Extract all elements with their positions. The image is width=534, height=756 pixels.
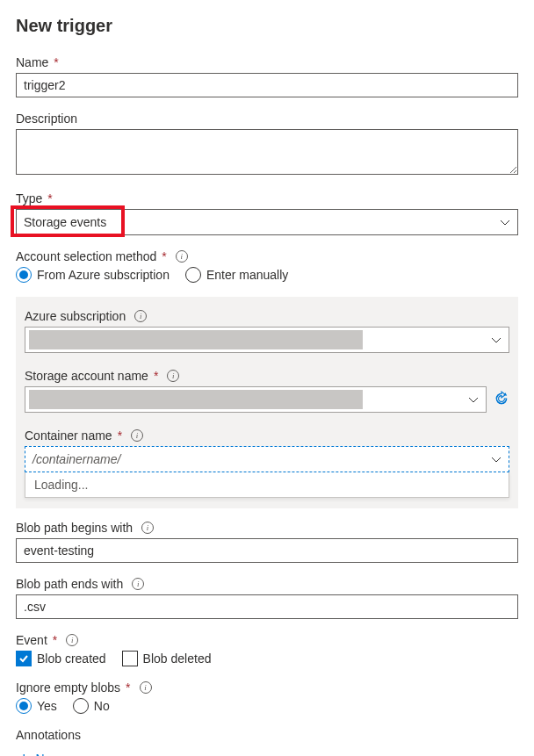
checkbox-icon	[122, 651, 138, 666]
redacted-value	[29, 330, 363, 349]
type-value: Storage events	[24, 215, 106, 229]
storage-account-label: Storage account name	[25, 369, 148, 383]
blob-ends-label: Blob path ends with	[16, 577, 123, 591]
radio-yes[interactable]: Yes	[16, 698, 57, 714]
add-annotation-button[interactable]: + New	[16, 745, 518, 756]
radio-label: From Azure subscription	[37, 268, 170, 282]
required-asterisk: *	[54, 55, 58, 69]
chevron-down-icon	[491, 335, 502, 345]
account-method-label: Account selection method	[16, 249, 156, 263]
info-icon[interactable]: i	[132, 578, 144, 590]
radio-icon	[16, 698, 32, 714]
ignore-empty-label: Ignore empty blobs	[16, 680, 120, 695]
chevron-down-icon	[491, 454, 502, 464]
page-title: New trigger	[16, 16, 518, 36]
radio-label: Enter manually	[206, 268, 288, 282]
checkbox-blob-deleted[interactable]: Blob deleted	[122, 651, 212, 666]
checkbox-label: Blob deleted	[143, 652, 212, 666]
type-select[interactable]: Storage events	[16, 209, 518, 235]
required-asterisk: *	[154, 369, 158, 383]
azure-subscription-label: Azure subscription	[25, 309, 126, 323]
required-asterisk: *	[47, 191, 52, 205]
event-label: Event	[16, 633, 47, 647]
container-name-label: Container name	[25, 428, 112, 443]
container-name-select[interactable]: /containername/	[25, 446, 509, 472]
blob-begins-input[interactable]	[16, 538, 518, 563]
checkbox-icon	[16, 651, 32, 666]
redacted-value	[29, 390, 363, 409]
container-placeholder: /containername/	[32, 452, 120, 466]
plus-icon: +	[19, 751, 29, 756]
info-icon[interactable]: i	[66, 634, 78, 646]
info-icon[interactable]: i	[131, 429, 143, 442]
storage-account-select[interactable]	[25, 386, 487, 413]
blob-ends-input[interactable]	[16, 594, 518, 619]
radio-no[interactable]: No	[73, 698, 110, 714]
radio-icon	[73, 698, 89, 714]
refresh-icon[interactable]	[494, 391, 509, 409]
radio-label: Yes	[37, 699, 57, 713]
info-icon[interactable]: i	[176, 250, 188, 263]
name-label: Name	[16, 55, 48, 69]
loading-text: Loading...	[34, 478, 89, 492]
name-input[interactable]	[16, 73, 518, 97]
checkbox-label: Blob created	[37, 652, 106, 666]
checkbox-blob-created[interactable]: Blob created	[16, 651, 106, 666]
info-icon[interactable]: i	[134, 310, 147, 322]
radio-from-azure[interactable]: From Azure subscription	[16, 267, 170, 283]
azure-subscription-select[interactable]	[25, 327, 509, 353]
description-textarea[interactable]	[16, 129, 518, 175]
required-asterisk: *	[162, 249, 166, 263]
required-asterisk: *	[126, 680, 130, 695]
add-new-label: New	[36, 752, 61, 756]
required-asterisk: *	[53, 633, 57, 647]
azure-config-panel: Azure subscription i Storage account nam…	[16, 297, 518, 508]
description-label: Description	[16, 112, 77, 126]
type-label: Type	[16, 191, 42, 205]
annotations-label: Annotations	[16, 728, 81, 742]
info-icon[interactable]: i	[141, 522, 154, 534]
required-asterisk: *	[118, 428, 122, 443]
radio-enter-manually[interactable]: Enter manually	[185, 267, 288, 283]
info-icon[interactable]: i	[167, 370, 179, 382]
radio-icon	[185, 267, 201, 283]
radio-icon	[16, 267, 32, 283]
chevron-down-icon	[500, 217, 510, 227]
blob-begins-label: Blob path begins with	[16, 521, 133, 535]
radio-label: No	[94, 699, 110, 713]
info-icon[interactable]: i	[140, 681, 152, 694]
container-dropdown: Loading...	[25, 472, 509, 498]
chevron-down-icon	[468, 394, 479, 405]
